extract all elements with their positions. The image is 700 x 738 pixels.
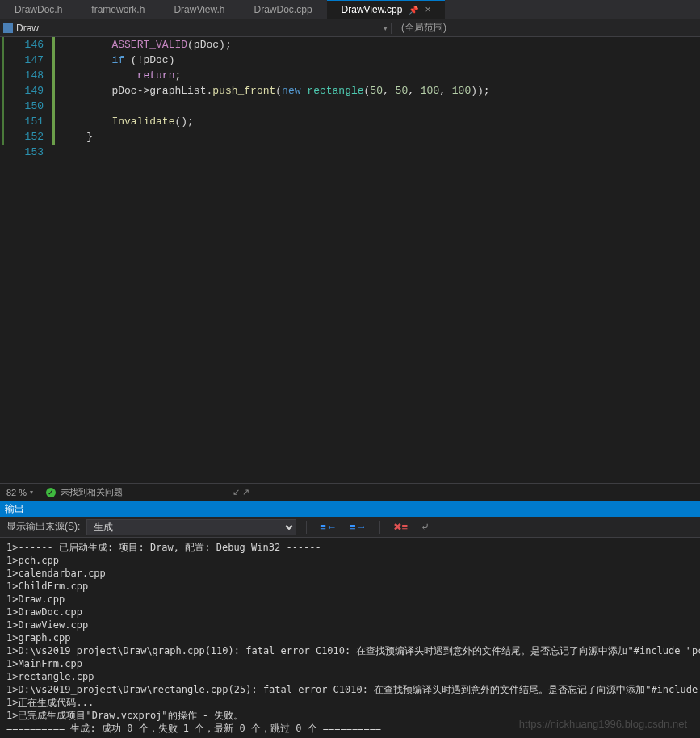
separator xyxy=(379,521,380,534)
indent-guide xyxy=(52,37,58,483)
status-arrows[interactable]: ↙ ↗ xyxy=(233,487,249,497)
navigation-bar: Draw ▾ (全局范围) xyxy=(0,19,700,37)
line-numbers: 146147148149150151152153 xyxy=(6,37,52,483)
file-tabs: DrawDoc.h framework.h DrawView.h DrawDoc… xyxy=(0,0,700,19)
code-line[interactable]: return; xyxy=(61,68,700,83)
code-body[interactable]: ASSERT_VALID(pDoc); if (!pDoc) return; p… xyxy=(58,37,700,483)
code-line[interactable] xyxy=(61,99,700,114)
separator xyxy=(306,521,307,534)
code-line[interactable]: Invalidate(); xyxy=(61,114,700,129)
goto-prev-icon[interactable]: ≡← xyxy=(316,519,340,535)
close-icon[interactable]: × xyxy=(425,4,430,15)
code-line[interactable]: ASSERT_VALID(pDoc); xyxy=(61,37,700,52)
output-source-select[interactable]: 生成 xyxy=(86,519,296,535)
goto-next-icon[interactable]: ≡→ xyxy=(346,519,370,535)
zoom-control[interactable]: 82 % ▾ xyxy=(6,488,33,497)
output-panel-header[interactable]: 输出 xyxy=(0,501,700,517)
tab-framework-h[interactable]: framework.h xyxy=(77,0,159,19)
check-icon: ✓ xyxy=(46,488,56,497)
change-gutter xyxy=(0,37,6,483)
context-dropdown[interactable]: Draw ▾ xyxy=(0,23,392,34)
code-line[interactable]: pDoc->graphList.push_front(new rectangle… xyxy=(61,83,700,99)
tab-drawdoc-cpp[interactable]: DrawDoc.cpp xyxy=(240,0,327,19)
tab-drawview-h[interactable]: DrawView.h xyxy=(159,0,239,19)
output-body[interactable]: 1>------ 已启动生成: 项目: Draw, 配置: Debug Win3… xyxy=(0,538,700,738)
chevron-down-icon: ▾ xyxy=(384,24,388,32)
code-line[interactable]: } xyxy=(61,129,700,145)
watermark: https://nickhuang1996.blog.csdn.net xyxy=(519,718,687,730)
output-source-label: 显示输出来源(S): xyxy=(6,520,80,534)
scope-dropdown[interactable]: (全局范围) xyxy=(392,21,456,35)
project-icon xyxy=(3,23,13,33)
output-toolbar: 显示输出来源(S): 生成 ≡← ≡→ ✖≡ ⤶ xyxy=(0,517,700,538)
tab-drawdoc-h[interactable]: DrawDoc.h xyxy=(0,0,77,19)
issues-status[interactable]: ✓ 未找到相关问题 xyxy=(46,486,123,498)
code-editor[interactable]: 146147148149150151152153 ASSERT_VALID(pD… xyxy=(0,37,700,483)
code-line[interactable]: if (!pDoc) xyxy=(61,52,700,68)
clear-all-icon[interactable]: ✖≡ xyxy=(390,519,412,535)
tab-drawview-cpp[interactable]: DrawView.cpp 📌 × xyxy=(327,0,446,19)
chevron-down-icon: ▾ xyxy=(30,489,33,496)
word-wrap-icon[interactable]: ⤶ xyxy=(417,519,433,535)
context-label: Draw xyxy=(16,23,39,34)
status-bar: 82 % ▾ ✓ 未找到相关问题 ↙ ↗ xyxy=(0,483,700,501)
pin-icon[interactable]: 📌 xyxy=(409,6,418,15)
code-line[interactable] xyxy=(61,145,700,160)
